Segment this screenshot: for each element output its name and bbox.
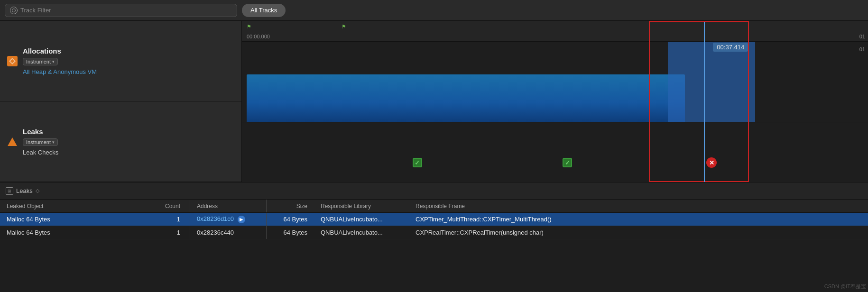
cell-size-1: 64 Bytes: [267, 216, 314, 223]
track-filter-label: Track Filter: [20, 7, 51, 14]
table-row[interactable]: Malloc 64 Bytes 1 0x28236c440 64 Bytes Q…: [0, 226, 868, 239]
tracks-panel: Allocations Instrument ▾ All Heap & Anon…: [0, 21, 242, 182]
leak-check-2: ✓: [562, 157, 573, 168]
cell-count-1: 1: [152, 216, 190, 223]
cell-address-1[interactable]: 0x28236d1c0 ▶: [190, 215, 266, 223]
track-row-leaks[interactable]: Leaks Instrument ▾ Leak Checks: [0, 101, 241, 182]
red-x-icon: ✕: [706, 157, 717, 168]
instrument-badge-allocations[interactable]: Instrument ▾: [23, 58, 58, 65]
cell-leaked-object-1: Malloc 64 Bytes: [0, 216, 152, 223]
flag-marker-2: ⚑: [342, 24, 346, 30]
flag-marker-1: ⚑: [247, 24, 251, 30]
col-header-count: Count: [152, 203, 190, 210]
time-label-start: 00:00.000: [247, 34, 270, 39]
cell-count-2: 1: [152, 229, 190, 236]
badge-chevron-leaks: ▾: [52, 140, 55, 145]
main-area: Allocations Instrument ▾ All Heap & Anon…: [0, 21, 868, 182]
col-header-address: Address: [190, 203, 266, 210]
green-check-icon-1: ✓: [413, 158, 422, 167]
bottom-header-chevron[interactable]: ◇: [36, 188, 39, 194]
track-subtitle-allocations: All Heap & Anonymous VM: [23, 68, 235, 75]
table-row[interactable]: Malloc 64 Bytes 1 0x28236d1c0 ▶ 64 Bytes…: [0, 213, 868, 226]
address-link-1[interactable]: 0x28236d1c0: [197, 215, 234, 222]
track-info-allocations: Allocations Instrument ▾ All Heap & Anon…: [23, 47, 235, 75]
alloc-selection-highlight: [668, 42, 756, 122]
track-filter-wrap[interactable]: Track Filter: [5, 4, 237, 17]
cell-size-2: 64 Bytes: [267, 229, 314, 236]
right-edge-label: 01: [859, 46, 868, 52]
badge-chevron-allocations: ▾: [52, 59, 55, 64]
green-check-icon-2: ✓: [563, 158, 572, 167]
leak-check-1: ✓: [412, 157, 423, 168]
time-ruler: ⚑ ⚑ 00:00.000 01: [242, 21, 868, 42]
go-button-1[interactable]: ▶: [238, 216, 245, 223]
track-info-leaks: Leaks Instrument ▾ Leak Checks: [23, 128, 235, 156]
cube-icon: [7, 55, 18, 67]
bottom-panel-header: ⊞ Leaks ◇: [0, 182, 868, 200]
alloc-bar: [247, 74, 685, 122]
track-name-leaks: Leaks: [23, 128, 235, 136]
timeline-area[interactable]: ⚑ ⚑ 00:00.000 01 01 ✓ ✓ ✕: [242, 21, 868, 182]
watermark: CSDN @IT奉是宝: [824, 283, 866, 290]
top-bar: Track Filter All Tracks: [0, 0, 868, 21]
cell-frame-2: CXPRealTimer::CXPRealTimer(unsigned char…: [409, 229, 868, 236]
cell-library-2: QNBUALiveIncubato...: [314, 229, 409, 236]
time-label-end: 01: [859, 34, 865, 39]
cell-frame-1: CXPTimer_MultiThread::CXPTimer_MultiThre…: [409, 216, 868, 223]
cell-leaked-object-2: Malloc 64 Bytes: [0, 229, 152, 236]
instrument-badge-leaks[interactable]: Instrument ▾: [23, 138, 58, 146]
all-tracks-button[interactable]: All Tracks: [242, 4, 286, 17]
leak-track-visual: ✓ ✓ ✕: [242, 122, 868, 182]
bottom-panel: ⊞ Leaks ◇ Leaked Object Count Address Si…: [0, 182, 868, 292]
table-icon: ⊞: [6, 187, 13, 195]
leak-check-red: ✕: [706, 157, 717, 168]
col-header-library: Responsible Library: [314, 203, 409, 210]
alloc-track-visual: 01: [242, 42, 868, 122]
track-row-allocations[interactable]: Allocations Instrument ▾ All Heap & Anon…: [0, 21, 241, 101]
track-name-allocations: Allocations: [23, 47, 235, 55]
table-header: Leaked Object Count Address Size Respons…: [0, 200, 868, 213]
cell-address-2: 0x28236c440: [190, 229, 266, 236]
col-header-size: Size: [267, 203, 314, 210]
col-header-leaked-object: Leaked Object: [0, 203, 152, 210]
bottom-header-label: Leaks: [16, 187, 33, 194]
triangle-icon: [7, 136, 18, 147]
col-header-frame: Responsible Frame: [409, 203, 868, 210]
filter-icon: [10, 7, 18, 14]
cell-library-1: QNBUALiveIncubato...: [314, 216, 409, 223]
track-subtitle-leaks: Leak Checks: [23, 149, 235, 156]
